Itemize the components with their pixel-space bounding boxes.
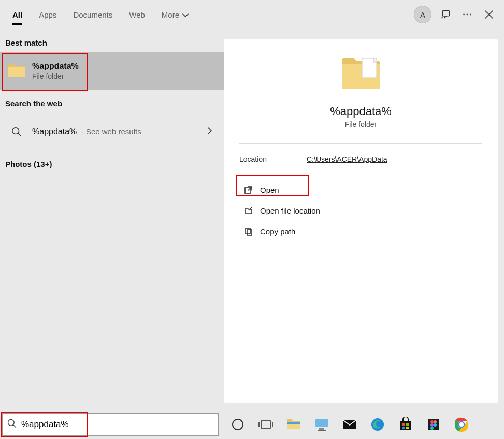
action-label: Copy path <box>260 227 295 236</box>
svg-rect-6 <box>246 228 250 234</box>
taskbar-edge[interactable] <box>364 413 392 436</box>
feedback-button[interactable] <box>435 4 456 25</box>
svg-point-27 <box>430 423 434 427</box>
taskbar-search-input[interactable] <box>21 419 214 430</box>
svg-rect-19 <box>400 421 411 430</box>
results-list: Best match %appdata% File folder Search … <box>0 29 224 409</box>
result-aux: - See web results <box>81 127 141 136</box>
copy-icon <box>241 226 256 236</box>
svg-point-32 <box>459 422 464 427</box>
open-icon <box>241 185 256 194</box>
taskbar-search-box[interactable] <box>2 413 219 436</box>
taskbar-mail[interactable] <box>336 413 364 436</box>
search-icon <box>6 121 27 142</box>
detail-subtitle: File folder <box>345 120 377 129</box>
svg-point-9 <box>233 419 243 430</box>
folder-icon <box>6 61 27 81</box>
windows-search-panel: All Apps Documents Web More A <box>0 0 504 409</box>
taskbar-cortana[interactable] <box>224 413 252 436</box>
taskbar-microsoft-store[interactable] <box>392 413 420 436</box>
detail-folder-icon <box>340 56 382 97</box>
svg-rect-22 <box>402 427 405 429</box>
result-texts: %appdata% - See web results <box>32 127 202 136</box>
tab-documents[interactable]: Documents <box>65 0 121 29</box>
result-title: %appdata% <box>32 127 77 136</box>
svg-point-28 <box>434 423 437 427</box>
location-label: Location <box>239 155 307 163</box>
result-texts: %appdata% File folder <box>32 62 218 80</box>
svg-point-1 <box>467 14 468 16</box>
search-scope-tabs: All Apps Documents Web More A <box>0 0 504 29</box>
svg-rect-14 <box>315 419 328 427</box>
search-web-header: Search the web <box>0 90 224 113</box>
svg-point-29 <box>430 427 434 430</box>
action-label: Open <box>260 186 279 194</box>
taskbar-file-explorer[interactable] <box>280 413 308 436</box>
svg-point-2 <box>470 14 471 16</box>
tab-all[interactable]: All <box>4 0 31 29</box>
svg-rect-16 <box>318 430 326 431</box>
folder-location-icon <box>241 206 256 215</box>
svg-point-26 <box>434 420 437 423</box>
more-options-button[interactable] <box>456 4 478 25</box>
user-avatar[interactable]: A <box>414 6 431 23</box>
taskbar-taskview[interactable] <box>252 413 280 436</box>
taskbar-app-monitor[interactable] <box>308 413 336 436</box>
svg-point-0 <box>463 14 465 16</box>
svg-rect-23 <box>406 427 409 429</box>
result-web[interactable]: %appdata% - See web results <box>0 113 224 150</box>
svg-rect-21 <box>406 423 409 426</box>
result-best-match[interactable]: %appdata% File folder <box>0 52 224 90</box>
svg-rect-20 <box>402 423 405 426</box>
tab-more[interactable]: More <box>153 0 197 29</box>
action-open[interactable]: Open <box>239 179 482 200</box>
svg-point-25 <box>430 420 434 423</box>
chevron-right-icon <box>202 126 218 137</box>
taskbar-figma[interactable] <box>420 413 448 436</box>
svg-rect-15 <box>319 428 324 430</box>
close-button[interactable] <box>478 4 500 25</box>
svg-rect-10 <box>261 421 270 428</box>
detail-pane: %appdata% File folder Location C:\Users\… <box>224 39 498 403</box>
svg-rect-24 <box>428 419 439 430</box>
tab-apps[interactable]: Apps <box>31 0 65 29</box>
search-icon <box>7 418 17 431</box>
chevron-down-icon <box>182 10 189 19</box>
taskbar-chrome[interactable] <box>448 413 476 436</box>
taskbar <box>0 409 504 439</box>
result-subtitle: File folder <box>32 72 218 80</box>
svg-rect-7 <box>247 230 252 235</box>
tab-web[interactable]: Web <box>121 0 153 29</box>
result-title: %appdata% <box>32 62 218 71</box>
location-row: Location C:\Users\ACER\AppData <box>239 144 482 175</box>
location-path-link[interactable]: C:\Users\ACER\AppData <box>307 155 387 163</box>
svg-rect-13 <box>287 422 300 424</box>
photos-header[interactable]: Photos (13+) <box>0 150 224 174</box>
best-match-header: Best match <box>0 29 224 52</box>
detail-title: %appdata% <box>330 105 392 118</box>
action-copy-path[interactable]: Copy path <box>239 221 482 242</box>
action-open-file-location[interactable]: Open file location <box>239 200 482 221</box>
action-label: Open file location <box>260 206 320 215</box>
